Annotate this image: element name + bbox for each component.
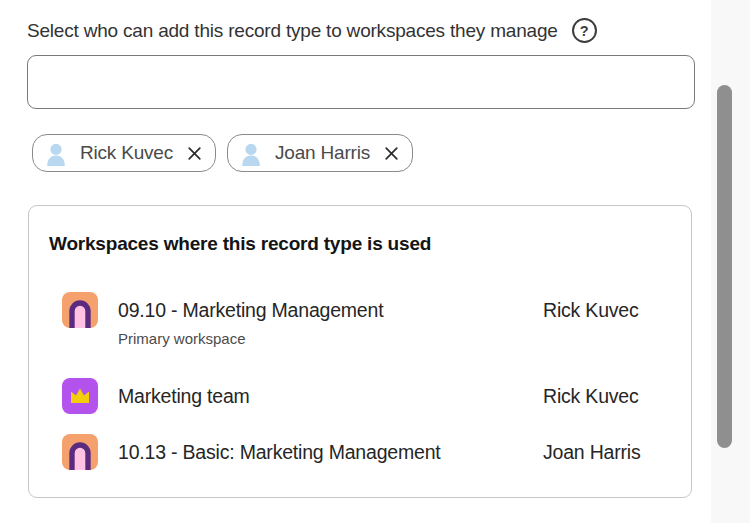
workspace-title: 10.13 - Basic: Marketing Management — [118, 434, 441, 470]
scrollbar-track[interactable] — [711, 0, 750, 523]
workspace-row: 09.10 - Marketing Management Primary wor… — [62, 292, 674, 348]
workspace-owner: Joan Harris — [543, 434, 641, 470]
workspace-title: Marketing team — [118, 378, 250, 414]
selected-people-chips: Rick Kuvec Joan Harris — [32, 134, 413, 172]
workspaces-card-title: Workspaces where this record type is use… — [49, 233, 431, 255]
workspaces-card: Workspaces where this record type is use… — [28, 205, 692, 498]
workspace-row: Marketing team Rick Kuvec — [62, 378, 674, 414]
person-avatar-icon — [43, 140, 69, 166]
remove-person-icon[interactable] — [384, 146, 399, 161]
field-label: Select who can add this record type to w… — [27, 20, 558, 42]
person-chip: Joan Harris — [227, 134, 413, 172]
rainbow-workspace-icon — [62, 292, 98, 328]
person-chip-label: Rick Kuvec — [80, 142, 173, 164]
workspace-owner: Rick Kuvec — [543, 292, 639, 328]
workspace-subtitle: Primary workspace — [118, 329, 383, 348]
rainbow-workspace-icon — [62, 434, 98, 470]
help-icon[interactable]: ? — [572, 18, 597, 43]
person-chip-label: Joan Harris — [275, 142, 370, 164]
workspace-row: 10.13 - Basic: Marketing Management Joan… — [62, 434, 674, 470]
workspace-owner: Rick Kuvec — [543, 378, 639, 414]
people-search-input[interactable] — [27, 55, 695, 109]
field-label-row: Select who can add this record type to w… — [27, 18, 597, 43]
person-chip: Rick Kuvec — [32, 134, 216, 172]
crown-workspace-icon — [62, 378, 98, 414]
remove-person-icon[interactable] — [187, 146, 202, 161]
scrollbar-thumb[interactable] — [717, 85, 732, 448]
person-avatar-icon — [238, 140, 264, 166]
workspace-title: 09.10 - Marketing Management — [118, 292, 383, 328]
